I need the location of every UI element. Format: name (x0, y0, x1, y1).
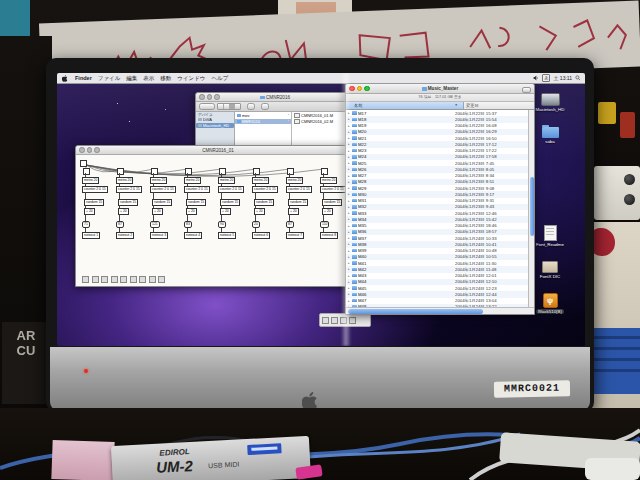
disclosure-triangle-icon[interactable]: ▸ (348, 117, 351, 121)
list-item[interactable]: ▸M422004年1月24日 11:48 (346, 266, 534, 272)
disclosure-triangle-icon[interactable]: ▸ (348, 180, 351, 184)
list-item[interactable]: ▸M222004年1月22日 17:12 (346, 141, 534, 147)
list-item[interactable]: ▸M262004年1月23日 8:05 (346, 166, 534, 172)
menu-item[interactable]: 表示 (140, 75, 157, 82)
random-object[interactable]: random 15 (288, 199, 308, 206)
palette-icon[interactable] (322, 317, 329, 324)
counter-object[interactable]: counter 2 0 15 (150, 186, 176, 193)
random-object[interactable]: random 15 (118, 199, 138, 206)
palette-icon[interactable] (158, 276, 165, 283)
number-box[interactable]: 20 (252, 221, 260, 228)
list-item[interactable]: ▸M272004年1月23日 8:34 (346, 173, 534, 179)
disclosure-triangle-icon[interactable]: ▸ (348, 136, 351, 140)
list-item[interactable]: ▸M432004年1月24日 12:01 (346, 273, 534, 279)
list-item[interactable]: ▸M392004年1月24日 10:48 (346, 248, 534, 254)
scroll-thumb[interactable] (348, 309, 483, 314)
finder-item[interactable]: MMF2016› (235, 119, 291, 125)
list-item[interactable]: ▸M192004年1月22日 16:08 (346, 123, 534, 129)
disclosure-triangle-icon[interactable]: ▸ (348, 199, 351, 203)
palette-icon[interactable] (92, 276, 99, 283)
disclosure-triangle-icon[interactable]: ▸ (348, 174, 351, 178)
disclosure-triangle-icon[interactable]: ▸ (348, 211, 351, 215)
noteout-object[interactable]: noteout 4 (184, 232, 202, 239)
palette-icon[interactable] (331, 317, 338, 324)
noteout-object[interactable]: noteout 2 (116, 232, 134, 239)
horizontal-scrollbar[interactable] (346, 307, 534, 314)
disclosure-triangle-icon[interactable]: ▸ (348, 124, 351, 128)
disclosure-triangle-icon[interactable]: ▸ (348, 286, 351, 290)
patch-titlebar[interactable]: CMNR2016_01 (76, 146, 360, 155)
disclosure-triangle-icon[interactable]: ▸ (348, 205, 351, 209)
random-object[interactable]: random 15 (322, 199, 342, 206)
disclosure-triangle-icon[interactable]: ▸ (348, 155, 351, 159)
view-mode-buttons[interactable] (217, 103, 241, 110)
list-item[interactable]: ▸M342004年1月23日 15:42 (346, 216, 534, 222)
number-box[interactable]: 83 (184, 221, 192, 228)
disclosure-triangle-icon[interactable]: ▸ (348, 161, 351, 165)
disclosure-triangle-icon[interactable]: ▸ (348, 192, 351, 196)
counter-object[interactable]: counter 2 0 15 (286, 186, 312, 193)
disclosure-triangle-icon[interactable]: ▸ (348, 224, 351, 228)
list-item[interactable]: ▸M442004年1月24日 12:10 (346, 279, 534, 285)
counter-object[interactable]: counter 2 0 15 (116, 186, 142, 193)
menu-item[interactable]: 移動 (157, 75, 174, 82)
menu-item[interactable]: ヘルプ (208, 75, 231, 82)
finder-window[interactable]: CMNR2016 デバイス DiVAMacintosh_HD mov›MMF20… (195, 92, 355, 150)
finder-item[interactable]: CMNR2016_02.M› (292, 119, 353, 125)
palette-icon[interactable] (340, 317, 347, 324)
master-toggle[interactable] (80, 160, 87, 167)
music-master-window[interactable]: Music_Master 76 項目、117.01 GB 空き 名前▾ 変更日 … (345, 83, 535, 315)
palette-icon[interactable] (349, 317, 356, 324)
palette-icon[interactable] (139, 276, 146, 283)
max-patch-window[interactable]: CMNR2016_01 metro 20counter 2 0 15random… (75, 145, 361, 287)
vertical-scrollbar[interactable] (528, 110, 534, 307)
counter-object[interactable]: counter 2 0 15 (252, 186, 278, 193)
menu-item[interactable]: 編集 (123, 75, 140, 82)
palette-icon[interactable] (101, 276, 108, 283)
list-item[interactable]: ▸M332004年1月23日 12:46 (346, 210, 534, 216)
palette-icon[interactable] (120, 276, 127, 283)
noteout-object[interactable]: noteout 5 (218, 232, 236, 239)
palette-icon[interactable] (130, 276, 137, 283)
disclosure-triangle-icon[interactable]: ▸ (348, 249, 351, 253)
noteout-object[interactable]: noteout 3 (150, 232, 168, 239)
counter-object[interactable]: counter 2 0 15 (218, 186, 244, 193)
music-titlebar[interactable]: Music_Master (346, 84, 534, 94)
spotlight-icon[interactable] (575, 75, 581, 81)
noteout-object[interactable]: noteout 6 (252, 232, 270, 239)
random-object[interactable]: random 15 (186, 199, 206, 206)
disclosure-triangle-icon[interactable]: ▸ (348, 299, 351, 303)
list-item[interactable]: ▸M472004年1月24日 13:04 (346, 298, 534, 304)
list-item[interactable]: ▸M382004年1月24日 10:41 (346, 241, 534, 247)
menu-bar-clock[interactable]: 土 13:11 (553, 75, 572, 81)
number-box[interactable]: 71 (82, 221, 90, 228)
number-box[interactable]: 121 (150, 221, 160, 228)
list-item[interactable]: ▸M362004年1月23日 18:57 (346, 229, 534, 235)
random-object[interactable]: random 15 (152, 199, 172, 206)
palette-icon[interactable] (82, 276, 89, 283)
mini-palette-window[interactable] (319, 313, 371, 327)
palette-icon[interactable] (111, 276, 118, 283)
number-box[interactable]: 110 (320, 221, 329, 228)
column-header-date[interactable]: 変更日 (464, 102, 534, 109)
list-item[interactable]: ▸M312004年1月23日 9:31 (346, 198, 534, 204)
action-gear-button[interactable] (261, 103, 269, 110)
finder-titlebar[interactable]: CMNR2016 (196, 93, 354, 102)
list-item[interactable]: ▸M322004年1月23日 9:43 (346, 204, 534, 210)
counter-object[interactable]: counter 2 0 15 (82, 186, 108, 193)
disclosure-triangle-icon[interactable]: ▸ (348, 274, 351, 278)
list-item[interactable]: ▸M462004年1月24日 12:44 (346, 291, 534, 297)
back-forward-buttons[interactable] (199, 103, 215, 110)
disclosure-triangle-icon[interactable]: ▸ (348, 167, 351, 171)
sidebar-item[interactable]: DiVA (196, 117, 234, 123)
quicklook-button[interactable] (247, 103, 255, 110)
menu-item[interactable]: ファイル (95, 75, 124, 82)
list-item[interactable]: ▸M412004年1月24日 11:30 (346, 260, 534, 266)
disclosure-triangle-icon[interactable]: ▸ (348, 111, 351, 115)
noteout-object[interactable]: noteout 7 (286, 232, 304, 239)
list-item[interactable]: ▸M402004年1月24日 10:55 (346, 254, 534, 260)
number-box[interactable]: 87 (116, 221, 124, 228)
noteout-object[interactable]: noteout 1 (82, 232, 100, 239)
counter-object[interactable]: counter 2 0 15 (320, 186, 346, 193)
disclosure-triangle-icon[interactable]: ▸ (348, 149, 351, 153)
